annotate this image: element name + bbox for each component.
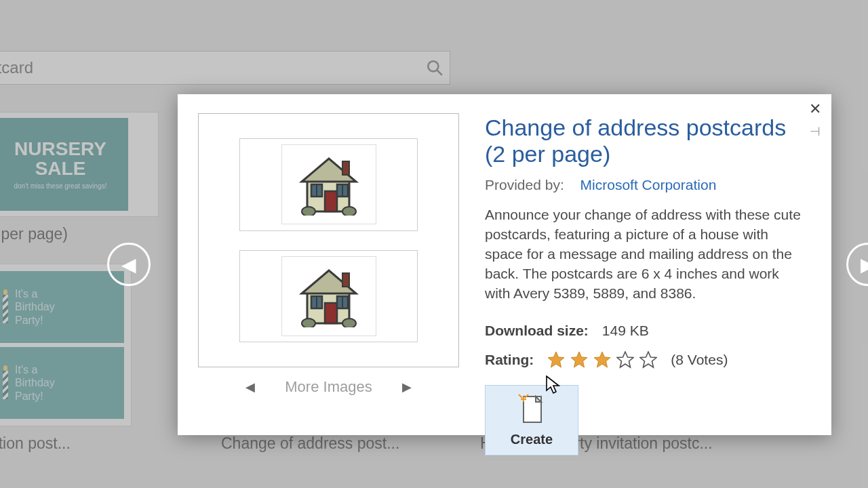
rating-stars[interactable] [547,351,657,369]
more-images-nav: ◀ More Images ▶ [245,378,411,396]
next-image-button[interactable]: ▶ [402,380,412,394]
new-document-icon [518,394,545,425]
svg-line-18 [519,394,522,398]
prev-template-button[interactable]: ◀ [107,243,151,286]
rating-row: Rating: (8 Votes) [485,351,807,369]
template-preview-modal: ✕ ⊣ ◀ More Images ▶ Change of address po… [178,94,831,435]
provider-link[interactable]: Microsoft Corporation [580,177,717,192]
star-icon [570,351,588,369]
template-preview-image [198,113,459,367]
star-icon [616,351,634,369]
star-icon [547,351,565,369]
prev-image-button[interactable]: ◀ [245,380,255,394]
download-size: Download size: 149 KB [485,323,807,339]
votes-count: (8 Votes) [671,352,728,368]
provided-by: Provided by: Microsoft Corporation [485,177,807,193]
pin-icon[interactable]: ⊣ [810,124,821,139]
template-title: Change of address postcards (2 per page) [485,115,807,167]
create-button[interactable]: Create [485,385,578,455]
template-description: Announce your change of address with the… [485,205,807,304]
star-icon [639,351,657,369]
close-button[interactable]: ✕ [807,101,823,117]
more-images-label: More Images [285,378,372,396]
star-icon [593,351,611,369]
